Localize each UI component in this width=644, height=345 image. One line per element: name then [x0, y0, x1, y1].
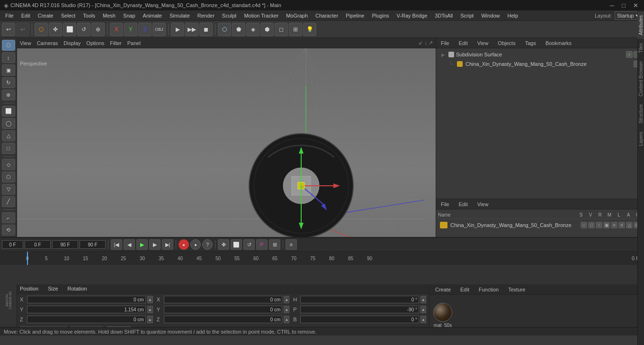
menu-vray[interactable]: V-Ray Bridge — [394, 12, 431, 19]
move-tool-btn[interactable]: ✤ — [49, 23, 62, 36]
end-frame-input-1[interactable]: 90 F — [52, 240, 78, 249]
x-axis-btn[interactable]: X — [110, 23, 123, 36]
right-tab-attributes[interactable]: Attributes — [637, 11, 644, 39]
vp-menu-view[interactable]: View — [20, 40, 31, 46]
menu-simulate[interactable]: Simulate — [166, 12, 193, 19]
menu-mesh[interactable]: Mesh — [99, 12, 119, 19]
transport-tool-2[interactable]: ⬜ — [231, 239, 242, 250]
rotate-tool-btn[interactable]: ↺ — [77, 23, 90, 36]
playback3-btn[interactable]: ◼ — [199, 23, 213, 36]
mat-texture-btn[interactable]: Texture — [505, 286, 528, 293]
tool-rotate[interactable]: ↻ — [2, 77, 15, 88]
vp-menu-display[interactable]: Display — [63, 40, 80, 46]
obj-header-file[interactable]: File — [438, 40, 452, 46]
world-axis-btn[interactable]: OBJ — [152, 23, 166, 36]
attr-icon-1[interactable]: ○ — [581, 222, 587, 228]
go-to-end-btn[interactable]: ▶| — [162, 239, 173, 250]
timeline-playhead[interactable] — [27, 252, 28, 265]
view-mode-4[interactable]: ⬢ — [260, 23, 274, 36]
obj-china-coin[interactable]: └ China_Xin_Dynasty_Wang_Mang_50_Cash_Br… — [438, 60, 642, 68]
step-back-btn[interactable]: ◀ — [124, 239, 135, 250]
right-tab-content[interactable]: Content Browser — [637, 57, 644, 100]
rot-p-input[interactable]: -90 ° — [300, 306, 419, 313]
rot-h-input[interactable]: 0 ° — [300, 296, 419, 303]
menu-plugins[interactable]: Plugins — [368, 12, 392, 19]
obj-subdivision-surface[interactable]: ▶ Subdivision Surface ✓ — [438, 50, 642, 59]
tool-box[interactable]: ⬜ — [2, 106, 15, 117]
view-mode-5[interactable]: ◻ — [275, 23, 288, 36]
end-frame-input-2[interactable]: 90 F — [80, 240, 106, 249]
select-tool-btn[interactable]: ⬡ — [35, 23, 48, 36]
attr-icon-5[interactable]: ≡ — [611, 222, 617, 228]
transport-tool-4[interactable]: P — [256, 239, 268, 250]
menu-pipeline[interactable]: Pipeline — [342, 12, 367, 19]
menu-script[interactable]: Script — [457, 12, 477, 19]
mat-create-btn[interactable]: Create — [432, 286, 454, 293]
undo-button[interactable]: ↩ — [2, 23, 15, 36]
tool-down-triangle[interactable]: ▽ — [2, 184, 15, 195]
play-btn[interactable]: ▶ — [136, 239, 148, 250]
menu-edit[interactable]: Edit — [18, 12, 34, 19]
vp-menu-filter[interactable]: Filter — [110, 40, 121, 46]
size-x-arrow[interactable]: ▲ — [284, 296, 289, 303]
menu-select[interactable]: Select — [58, 12, 79, 19]
step-forward-btn[interactable]: ▶ — [149, 239, 161, 250]
timeline-track[interactable]: 0 5 10 15 20 25 30 35 40 45 50 55 60 65 … — [0, 252, 644, 265]
attr-header-edit[interactable]: Edit — [456, 201, 471, 208]
transform-tool-btn[interactable]: ⊕ — [91, 23, 105, 36]
menu-tools[interactable]: Tools — [80, 12, 98, 19]
go-to-start-btn[interactable]: |◀ — [111, 239, 122, 250]
menu-character[interactable]: Character — [312, 12, 341, 19]
view-mode-1[interactable]: ⬡ — [218, 23, 231, 36]
obj-header-edit[interactable]: Edit — [456, 40, 471, 46]
pos-y-arrow[interactable]: ▲ — [147, 306, 153, 313]
mat-edit-btn[interactable]: Edit — [457, 286, 472, 293]
close-button[interactable]: ✕ — [631, 2, 640, 9]
attr-icon-3[interactable]: ○ — [596, 222, 602, 228]
minimize-button[interactable]: ─ — [608, 2, 616, 9]
playback-btn[interactable]: ▶ — [171, 23, 184, 36]
redo-button[interactable]: ↩ — [16, 23, 29, 36]
vp-menu-options[interactable]: Options — [86, 40, 104, 46]
pos-y-input[interactable]: 1.154 cm — [27, 306, 146, 313]
view-mode-7[interactable]: 💡 — [303, 23, 316, 36]
tool-sphere[interactable]: ◯ — [2, 118, 15, 129]
rot-b-input[interactable]: 0 ° — [300, 316, 419, 323]
right-tab-tiles[interactable]: Tiles — [637, 39, 644, 57]
attr-icon-6[interactable]: ≡ — [618, 222, 625, 228]
tool-square[interactable]: □ — [2, 143, 15, 154]
help-indicator[interactable]: ? — [202, 239, 213, 250]
transport-tool-5[interactable]: ⊞ — [269, 239, 280, 250]
obj-cb-check[interactable]: ✓ — [626, 51, 633, 58]
tool-diamond[interactable]: ◇ — [2, 159, 15, 170]
attr-row-1[interactable]: China_Xin_Dynasty_Wang_Mang_50_Cash_Bron… — [438, 221, 642, 229]
pos-x-arrow[interactable]: ▲ — [147, 296, 153, 303]
menu-sculpt[interactable]: Sculpt — [219, 12, 240, 19]
transport-tool-6[interactable]: ≡ — [286, 239, 297, 250]
rot-h-arrow[interactable]: ▲ — [420, 296, 426, 303]
status-indicator-2[interactable]: ● — [190, 239, 201, 250]
menu-file[interactable]: File — [2, 12, 17, 19]
menu-animate[interactable]: Animate — [140, 12, 165, 19]
obj-header-tags[interactable]: Tags — [522, 40, 539, 46]
vp-menu-cameras[interactable]: Cameras — [37, 40, 58, 46]
size-y-arrow[interactable]: ▲ — [284, 306, 289, 313]
mat-function-btn[interactable]: Function — [476, 286, 501, 293]
tool-bend[interactable]: ⟲ — [2, 225, 15, 236]
transport-tool-1[interactable]: ✤ — [218, 239, 229, 250]
record-indicator[interactable]: ● — [179, 239, 189, 250]
tool-select[interactable]: ⬡ — [2, 40, 15, 51]
menu-window[interactable]: Window — [478, 12, 503, 19]
size-y-input[interactable]: 0 cm — [164, 306, 283, 313]
obj-header-objects[interactable]: Objects — [495, 40, 518, 46]
tool-hex[interactable]: ⬡ — [2, 172, 15, 182]
title-bar-controls[interactable]: ─ □ ✕ — [608, 2, 640, 9]
tool-add[interactable]: ⊕ — [2, 90, 15, 100]
size-x-input[interactable]: 0 cm — [164, 296, 283, 303]
menu-motion-tracker[interactable]: Motion Tracker — [241, 12, 282, 19]
attr-icon-2[interactable]: □ — [588, 222, 595, 228]
size-z-arrow[interactable]: ▲ — [284, 316, 289, 323]
menu-3dtoall[interactable]: 3DToAll — [431, 12, 456, 19]
y-axis-btn[interactable]: Y — [124, 23, 137, 36]
right-tab-structure[interactable]: Structure — [637, 100, 644, 127]
